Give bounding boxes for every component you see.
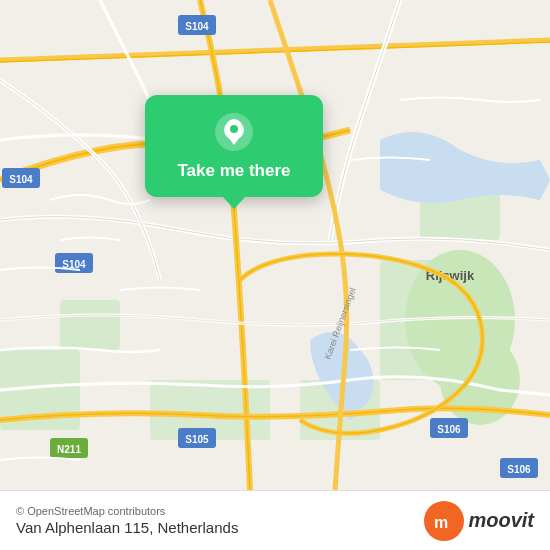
svg-text:S104: S104 [9, 174, 33, 185]
svg-text:S105: S105 [185, 434, 209, 445]
footer-address-section: © OpenStreetMap contributors Van Alphenl… [16, 505, 238, 536]
moovit-logo-text: moovit [468, 509, 534, 532]
moovit-logo: m moovit [424, 501, 534, 541]
moovit-icon-svg: m [432, 509, 456, 533]
svg-text:S106: S106 [437, 424, 461, 435]
svg-text:N211: N211 [57, 444, 81, 455]
svg-text:S104: S104 [185, 21, 209, 32]
svg-point-29 [230, 125, 238, 133]
moovit-logo-icon: m [424, 501, 464, 541]
location-popup[interactable]: Take me there [145, 95, 323, 197]
map-container: S104 S104 S105 S106 S106 [0, 0, 550, 490]
take-me-there-button[interactable]: Take me there [177, 161, 290, 181]
map-background: S104 S104 S105 S106 S106 [0, 0, 550, 490]
location-pin-icon [215, 113, 253, 151]
footer-bar: © OpenStreetMap contributors Van Alphenl… [0, 490, 550, 550]
svg-text:m: m [434, 514, 448, 531]
svg-rect-4 [60, 300, 120, 350]
svg-text:S106: S106 [507, 464, 531, 475]
address-text: Van Alphenlaan 115, Netherlands [16, 519, 238, 536]
copyright-text: © OpenStreetMap contributors [16, 505, 238, 517]
